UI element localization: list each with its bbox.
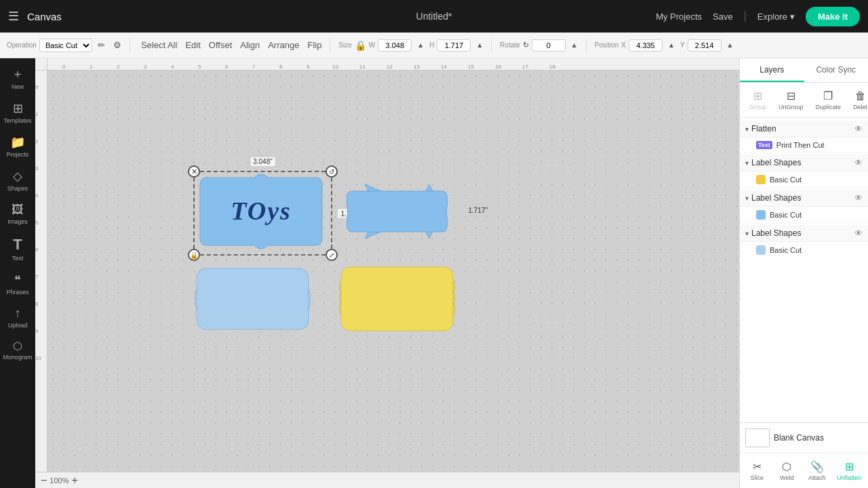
- slice-tool[interactable]: ✂ Slice: [743, 458, 771, 484]
- y-input[interactable]: [688, 39, 722, 52]
- sidebar-item-text[interactable]: T Text: [2, 232, 33, 266]
- label-shapes-group-2-header[interactable]: ▾ Label Shapes 👁: [740, 190, 868, 207]
- sidebar-item-templates[interactable]: ⊞ Templates: [2, 97, 33, 128]
- flatten-group-header[interactable]: ▾ Flatten 👁: [740, 121, 868, 138]
- flatten-visibility-icon[interactable]: 👁: [854, 124, 863, 134]
- offset-button[interactable]: Offset: [206, 39, 235, 52]
- resize-handle[interactable]: ⤢: [326, 249, 338, 261]
- rotate-handle[interactable]: ↺: [326, 165, 338, 178]
- shape4-wrapper[interactable]: [338, 262, 456, 336]
- canvas-viewport[interactable]: 3.048" 1.717" ✕ ↺ 🔒 ⤢ TOys: [47, 70, 739, 472]
- attach-tool[interactable]: 📎 Attach: [803, 458, 831, 484]
- group-label: Group: [749, 104, 766, 110]
- flatten-group: ▾ Flatten 👁 Text Print Then Cut: [740, 121, 868, 153]
- lock-icon[interactable]: 🔒: [355, 40, 366, 51]
- duplicate-tool-button[interactable]: ❐ Duplicate: [812, 87, 846, 113]
- tab-color-sync[interactable]: Color Sync: [804, 58, 869, 82]
- group-icon: ⊞: [753, 89, 762, 102]
- shape3-svg: [193, 262, 312, 336]
- align-button[interactable]: Align: [237, 39, 262, 52]
- size-group: Size 🔒 W ▲ H ▲: [338, 39, 492, 52]
- canvas-area[interactable]: 0 1 2 3 4 5 6 7 8 9 10 11 12 13 14 15 16…: [35, 58, 739, 488]
- label-shapes-3-chevron-icon: ▾: [745, 230, 749, 237]
- label-shapes-1-visibility-icon[interactable]: 👁: [854, 158, 863, 167]
- x-input[interactable]: [629, 39, 663, 52]
- vertical-ruler: 0 1 2 3 4 5 6 7 8 9 10: [35, 70, 47, 488]
- unflatten-tool[interactable]: ⊞ Unflatten: [833, 458, 865, 484]
- ruler-corner: [35, 58, 47, 70]
- toolbar: Operation Basic Cut ✏ ⚙ Select All Edit …: [0, 33, 868, 58]
- zoom-out-button[interactable]: −: [41, 475, 47, 486]
- canvas-content: 3.048" 1.717" ✕ ↺ 🔒 ⤢ TOys: [47, 70, 739, 472]
- shapes-icon: ◇: [13, 169, 22, 184]
- toys-shape-wrapper[interactable]: 3.048" 1.717" ✕ ↺ 🔒 ⤢ TOys: [193, 171, 332, 256]
- height-stepper-up[interactable]: ▲: [473, 40, 486, 50]
- close-handle[interactable]: ✕: [188, 165, 200, 178]
- sidebar-item-monogram[interactable]: ⬡ Monogram: [2, 336, 33, 365]
- y-stepper-up[interactable]: ▲: [724, 40, 736, 50]
- left-sidebar: + New ⊞ Templates 📁 Projects ◇ Shapes 🖼 …: [0, 58, 35, 488]
- label-shapes-2-visibility-icon[interactable]: 👁: [854, 193, 863, 203]
- shape2-wrapper[interactable]: 1.717": [338, 171, 456, 256]
- layer-item-ptc[interactable]: Text Print Then Cut: [740, 138, 868, 153]
- operation-group: Operation Basic Cut ✏ ⚙: [7, 39, 130, 52]
- ptc-label: Print Then Cut: [776, 141, 863, 149]
- measurement-width-label: 3.048": [250, 157, 275, 166]
- rotate-input[interactable]: [532, 39, 566, 52]
- sidebar-item-phrases[interactable]: ❝ Phrases: [2, 268, 33, 300]
- shape2-svg: [338, 171, 456, 252]
- sidebar-item-label-monogram: Monogram: [3, 354, 32, 361]
- group-tool-button[interactable]: ⊞ Group: [745, 87, 770, 113]
- layer-item-ls3[interactable]: Basic Cut: [740, 242, 868, 259]
- label-shapes-group-3-header[interactable]: ▾ Label Shapes 👁: [740, 225, 868, 242]
- save-button[interactable]: Save: [713, 12, 733, 22]
- layer-item-ls2[interactable]: Basic Cut: [740, 207, 868, 224]
- rotate-icon: ↻: [523, 41, 529, 49]
- layer-item-ls1[interactable]: Basic Cut: [740, 171, 868, 188]
- select-all-button[interactable]: Select All: [138, 39, 180, 52]
- ungroup-tool-button[interactable]: ⊟ UnGroup: [774, 87, 808, 113]
- menu-icon[interactable]: ☰: [8, 9, 19, 24]
- label-shapes-2-chevron-icon: ▾: [745, 195, 749, 202]
- sidebar-item-label-templates: Templates: [3, 117, 31, 124]
- layer-color-dot-ls2: [756, 210, 766, 220]
- width-stepper-up[interactable]: ▲: [414, 40, 427, 50]
- app-name: Canvas: [27, 11, 62, 22]
- sidebar-item-projects[interactable]: 📁 Projects: [2, 131, 33, 162]
- layer-color-dot-ls3: [756, 245, 766, 255]
- templates-icon: ⊞: [13, 101, 23, 116]
- operation-label: Operation: [7, 41, 37, 49]
- my-projects-link[interactable]: My Projects: [656, 12, 702, 22]
- rotate-stepper-up[interactable]: ▲: [568, 40, 580, 50]
- lock-handle[interactable]: 🔒: [188, 249, 200, 261]
- shape4-svg: [338, 262, 456, 336]
- x-stepper-up[interactable]: ▲: [665, 40, 677, 50]
- flip-button[interactable]: Flip: [304, 39, 324, 52]
- arrange-button[interactable]: Arrange: [265, 39, 302, 52]
- tab-layers[interactable]: Layers: [740, 58, 804, 82]
- sidebar-item-upload[interactable]: ↑ Upload: [2, 302, 33, 333]
- sidebar-item-new[interactable]: + New: [2, 64, 33, 94]
- height-input[interactable]: [437, 39, 471, 52]
- label-shapes-3-visibility-icon[interactable]: 👁: [854, 228, 863, 238]
- sidebar-item-label-images: Images: [7, 218, 28, 225]
- edit-button[interactable]: Edit: [182, 39, 203, 52]
- size-label: Size: [338, 41, 351, 49]
- width-input[interactable]: [378, 39, 412, 52]
- shape3-wrapper[interactable]: [193, 262, 312, 336]
- delete-tool-button[interactable]: 🗑 Delet: [849, 87, 868, 113]
- weld-icon: ⬡: [782, 460, 791, 473]
- label-shapes-group-1-header[interactable]: ▾ Label Shapes 👁: [740, 155, 868, 171]
- bottombar: − 100% +: [35, 472, 739, 488]
- operation-select[interactable]: Basic Cut: [39, 39, 92, 52]
- make-it-button[interactable]: Make It: [806, 7, 860, 26]
- sidebar-item-images[interactable]: 🖼 Images: [2, 199, 33, 229]
- sidebar-item-shapes[interactable]: ◇ Shapes: [2, 165, 33, 196]
- zoom-in-button[interactable]: +: [71, 475, 77, 486]
- settings-icon[interactable]: ⚙: [111, 39, 124, 52]
- pen-icon[interactable]: ✏: [95, 39, 108, 52]
- explore-button[interactable]: Explore ▾: [757, 12, 795, 22]
- flatten-group-name: Flatten: [751, 124, 852, 134]
- duplicate-icon: ❐: [823, 89, 833, 102]
- weld-tool[interactable]: ⬡ Weld: [772, 458, 801, 484]
